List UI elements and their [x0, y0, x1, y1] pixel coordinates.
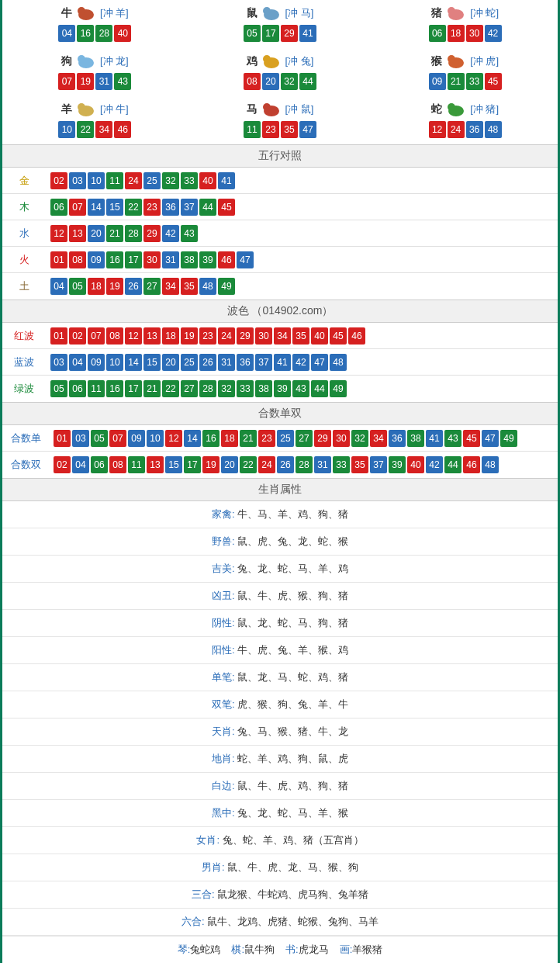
svg-point-5 — [448, 7, 455, 15]
number-ball: 04 — [72, 456, 89, 473]
number-ball: 44 — [444, 456, 461, 473]
zodiac-icon — [444, 5, 468, 22]
four-key: 画: — [340, 944, 353, 955]
number-ball: 34 — [162, 278, 179, 295]
number-ball: 09 — [429, 73, 446, 90]
number-ball: 45 — [485, 73, 502, 90]
bose-row: 蓝波03040910141520252631363741424748 — [2, 349, 558, 376]
shuxing-header: 生肖属性 — [2, 478, 558, 501]
number-ball: 06 — [69, 380, 86, 397]
number-ball: 33 — [333, 456, 350, 473]
shuxing-row: 双笔: 虎、猴、狗、兔、羊、牛 — [2, 691, 558, 718]
row-content: 0103050709101214161821232527293032343638… — [49, 426, 558, 451]
number-ball: 26 — [199, 354, 216, 371]
number-ball: 03 — [50, 354, 67, 371]
number-ball: 40 — [407, 456, 424, 473]
prop-value: 鼠、龙、马、蛇、鸡、猪 — [237, 671, 348, 683]
zodiac-icon — [74, 101, 99, 118]
number-ball: 31 — [162, 251, 179, 268]
number-ball: 09 — [88, 251, 105, 268]
number-ball: 12 — [125, 327, 142, 345]
number-ball: 24 — [258, 456, 275, 473]
number-ball: 13 — [147, 456, 164, 473]
zodiac-name: 羊 — [61, 102, 72, 116]
number-ball: 22 — [240, 456, 257, 473]
zodiac-name: 狗 — [61, 54, 72, 68]
shuxing-row: 女肖: 兔、蛇、羊、鸡、猪（五宫肖） — [2, 827, 558, 854]
number-ball: 37 — [181, 199, 198, 216]
zodiac-name: 猴 — [431, 54, 442, 68]
number-ball: 39 — [389, 456, 406, 473]
number-ball: 11 — [128, 456, 145, 473]
number-ball: 29 — [281, 25, 298, 42]
number-ball: 35 — [181, 278, 198, 295]
number-ball: 19 — [106, 278, 123, 295]
prop-value: 鼠、虎、兔、龙、蛇、猴 — [237, 535, 348, 547]
prop-key: 家禽: — [212, 508, 237, 520]
number-ball: 36 — [389, 430, 406, 447]
number-ball: 01 — [50, 327, 67, 345]
number-ball: 17 — [262, 25, 279, 42]
number-ball: 05 — [69, 278, 86, 295]
number-ball: 12 — [165, 430, 182, 447]
number-ball: 38 — [255, 380, 272, 397]
zodiac-clash: [冲 羊] — [100, 6, 129, 20]
prop-key: 天肖: — [212, 725, 237, 737]
number-ball: 28 — [296, 456, 313, 473]
number-ball: 27 — [296, 430, 313, 447]
zodiac-cell: 鼠[冲 马]05172941 — [188, 0, 373, 48]
svg-point-1 — [78, 7, 85, 15]
number-ball: 07 — [109, 430, 126, 447]
number-ball: 29 — [314, 430, 331, 447]
shuxing-row: 天肖: 兔、马、猴、猪、牛、龙 — [2, 718, 558, 746]
number-ball: 17 — [184, 456, 201, 473]
number-ball: 03 — [69, 172, 86, 189]
number-ball: 12 — [50, 225, 67, 242]
number-ball: 12 — [429, 121, 446, 138]
zodiac-clash: [冲 虎] — [470, 54, 499, 68]
number-ball: 10 — [58, 121, 75, 138]
number-ball: 23 — [199, 327, 216, 345]
number-ball: 08 — [69, 251, 86, 268]
prop-key: 白边: — [212, 780, 237, 791]
number-ball: 09 — [128, 430, 145, 447]
number-ball: 48 — [199, 278, 216, 295]
number-ball: 31 — [95, 73, 112, 90]
row-label: 红波 — [2, 325, 46, 347]
wuxing-row: 土04051819262734354849 — [2, 273, 558, 300]
number-ball: 47 — [311, 354, 328, 371]
zodiac-icon — [444, 53, 468, 70]
number-ball: 34 — [274, 327, 291, 345]
shuxing-row: 白边: 鼠、牛、虎、鸡、狗、猪 — [2, 773, 558, 800]
zodiac-cell: 马[冲 鼠]11233547 — [188, 96, 373, 144]
number-ball: 48 — [482, 456, 499, 473]
zodiac-cell: 鸡[冲 兔]08203244 — [188, 48, 373, 96]
number-ball: 42 — [162, 225, 179, 242]
row-content: 02031011242532334041 — [46, 168, 558, 193]
number-ball: 20 — [262, 73, 279, 90]
number-ball: 01 — [50, 251, 67, 268]
number-ball: 09 — [88, 354, 105, 371]
four-value: 羊猴猪 — [352, 944, 382, 955]
number-ball: 20 — [221, 456, 238, 473]
zodiac-icon — [444, 101, 468, 118]
number-ball: 17 — [125, 251, 142, 268]
number-ball: 48 — [485, 121, 502, 138]
number-ball: 34 — [370, 430, 387, 447]
number-ball: 10 — [147, 430, 164, 447]
number-ball: 24 — [218, 327, 235, 345]
four-arts-item: 琴:兔蛇鸡 — [178, 943, 221, 957]
prop-key: 阴性: — [212, 617, 237, 628]
number-ball: 30 — [333, 430, 350, 447]
four-value: 虎龙马 — [299, 944, 329, 955]
number-ball: 28 — [199, 380, 216, 397]
number-ball: 32 — [218, 380, 235, 397]
number-ball: 33 — [237, 380, 254, 397]
number-ball: 06 — [429, 25, 446, 42]
number-ball: 23 — [143, 199, 161, 216]
number-ball: 10 — [88, 172, 105, 189]
number-ball: 46 — [348, 327, 365, 345]
number-ball: 30 — [466, 25, 483, 42]
prop-value: 牛、马、羊、鸡、狗、猪 — [237, 508, 348, 520]
number-ball: 13 — [69, 225, 86, 242]
